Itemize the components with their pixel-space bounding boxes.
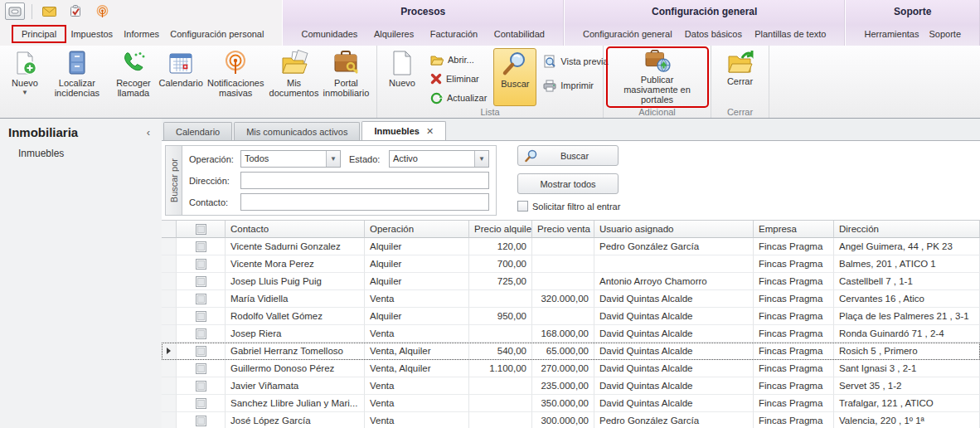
buscar-button[interactable]: Buscar [493,48,536,106]
row-checkbox-cell[interactable] [177,290,226,308]
row-checkbox-cell[interactable] [177,255,226,273]
row-checkbox[interactable] [196,363,206,374]
mostrar-todos-button[interactable]: Mostrar todos [517,173,619,194]
abrir-button[interactable]: Abrir... [427,51,490,68]
chevron-down-icon: ▼ [22,89,28,96]
table-row[interactable]: Josep Riera Venta 168.000,00 David Quint… [162,325,980,343]
publicar-masivamente-button[interactable]: Publicar masivamente en portales [608,48,707,106]
column-header-contacto[interactable]: Contacto [226,221,365,238]
solicitar-filtro-checkbox[interactable] [517,201,528,212]
recoger-llamada-button[interactable]: Recoger llamada [108,48,160,106]
collapse-chevron-icon[interactable]: ‹ [147,126,150,139]
estado-select[interactable]: Activo ▼ [389,150,489,168]
row-checkbox[interactable] [196,294,206,304]
row-checkbox[interactable] [196,328,206,339]
filter-buttons: Buscar Mostrar todos Solicitar filtro al… [517,145,619,212]
imprimir-button[interactable]: Imprimir [540,77,611,94]
ribbon-tab-principal[interactable]: Principal [13,27,65,41]
table-row[interactable]: Vicente Mora Perez Alquiler 700,00 Finca… [162,255,980,273]
row-checkbox-cell[interactable] [177,325,226,343]
row-checkbox[interactable] [196,398,206,409]
row-checkbox-cell[interactable] [177,360,226,377]
row-checkbox-cell[interactable] [177,308,226,325]
ribbon-tab-alquileres[interactable]: Alquileres [369,27,419,41]
printer-icon [543,80,556,92]
calendario-button[interactable]: Calendario [159,48,202,106]
row-checkbox-cell[interactable] [177,412,226,428]
ribbon-toolbar: Nuevo ▼ Localizar incidencias Recoger ll… [0,46,980,119]
row-checkbox[interactable] [196,259,206,270]
row-checkbox-cell[interactable] [177,377,226,395]
ribbon-tab-contabilidad[interactable]: Contabilidad [489,27,550,41]
cerrar-button[interactable]: Cerrar [719,48,762,106]
select-all-checkbox[interactable] [196,224,206,235]
notificaciones-masivas-button[interactable]: Notificaciones masivas [202,48,269,106]
sidebar-item-inmuebles[interactable]: Inmuebles [0,139,162,159]
row-checkbox[interactable] [196,276,206,287]
column-header-direccion[interactable]: Dirección [834,221,980,238]
table-row[interactable]: Josep Lluis Puig Puig Alquiler 725,00 An… [162,273,980,290]
cell-precio-venta: 235.000,00 [532,377,594,395]
cell-usuario: Pedro González García [594,238,754,255]
nuevo-lista-button[interactable]: Nuevo [381,48,424,106]
ribbon-tab-informes[interactable]: Informes [119,27,164,41]
cell-operacion: Alquiler [365,308,469,325]
table-row[interactable]: Guillermo Donoso Pérez Venta, Alquiler 1… [162,360,980,377]
chevron-down-icon[interactable]: ▼ [326,151,340,167]
ribbon-tab-facturacion[interactable]: Facturación [425,27,483,41]
row-checkbox-cell[interactable] [177,273,226,290]
direccion-input[interactable] [240,172,489,189]
table-row[interactable]: Gabriel Herranz Tomelloso Venta, Alquile… [162,343,980,360]
localizar-incidencias-button[interactable]: Localizar incidencias [46,48,108,106]
table-row[interactable]: Vicente Sadurni Gonzalez Alquiler 120,00… [162,238,980,255]
row-checkbox[interactable] [196,381,206,392]
table-row[interactable]: José López García Venta 300.000,00 Pedro… [162,412,980,428]
row-checkbox-cell[interactable] [177,395,226,412]
column-header-operacion[interactable]: Operación [365,221,469,238]
nuevo-button[interactable]: Nuevo ▼ [3,48,46,106]
cell-operacion: Venta [365,290,469,308]
chevron-down-icon[interactable]: ▼ [474,151,488,167]
operacion-select[interactable]: Todos ▼ [240,150,341,168]
ribbon-tab-herramientas[interactable]: Herramientas [859,27,924,41]
tab-mis-comunicados[interactable]: Mis comunicados activos [234,122,360,140]
eliminar-button[interactable]: Eliminar [427,71,490,87]
ribbon-tab-plantillas[interactable]: Plantillas de texto [750,27,831,41]
contacto-input[interactable] [240,193,489,211]
table-row[interactable]: Rodolfo Vallet Gómez Alquiler 950,00 Dav… [162,308,980,325]
ribbon-tab-soporte[interactable]: Soporte [924,27,966,41]
row-checkbox[interactable] [196,311,206,322]
tab-calendario[interactable]: Calendario [163,122,232,140]
broadcast-icon[interactable] [92,2,112,20]
column-header-precio-venta[interactable]: Precio venta [532,221,594,238]
cell-contacto: Javier Viñamata [226,377,365,395]
column-header-precio-alquiler[interactable]: Precio alquiler [469,221,532,238]
app-icon[interactable] [5,2,25,20]
table-row[interactable]: Sanchez Llibre Julian y Mari... Venta 35… [162,395,980,412]
table-row[interactable]: Javier Viñamata Venta 235.000,00 David Q… [162,377,980,395]
column-header-empresa[interactable]: Empresa [754,221,834,238]
portal-inmobiliario-button[interactable]: Portal inmobiliario [319,48,373,106]
ribbon-tab-configuracion-general[interactable]: Configuración general [578,27,677,41]
tasks-check-icon[interactable] [65,2,85,20]
ribbon-tab-impuestos[interactable]: Impuestos [65,27,118,41]
mail-icon[interactable] [39,2,59,20]
mis-documentos-button[interactable]: Mis documentos [269,48,319,106]
ribbon-tab-datos-basicos[interactable]: Datos básicos [680,27,747,41]
row-checkbox[interactable] [196,241,206,252]
row-checkbox[interactable] [196,346,206,357]
buscar-filter-button[interactable]: Buscar [517,145,619,166]
row-checkbox-cell[interactable] [177,238,226,255]
row-checkbox-cell[interactable] [177,343,226,360]
actualizar-button[interactable]: Actualizar [427,90,490,106]
header-checkbox-cell[interactable] [177,221,226,238]
column-header-usuario[interactable]: Usuario asignado [594,221,754,238]
ribbon-tab-comunidades[interactable]: Comunidades [296,27,362,41]
table-row[interactable]: María Vidiella Venta 320.000,00 David Qu… [162,290,980,308]
ribbon-tab-configuracion-personal[interactable]: Configuración personal [165,27,269,41]
tab-close-icon[interactable]: ✕ [426,126,434,137]
vista-previa-button[interactable]: Vista previa [540,53,611,70]
tab-inmuebles[interactable]: Inmuebles ✕ [361,121,446,140]
ribbon-section-configuracion: Configuración general Configuración gene… [564,0,845,46]
row-checkbox[interactable] [196,416,206,426]
